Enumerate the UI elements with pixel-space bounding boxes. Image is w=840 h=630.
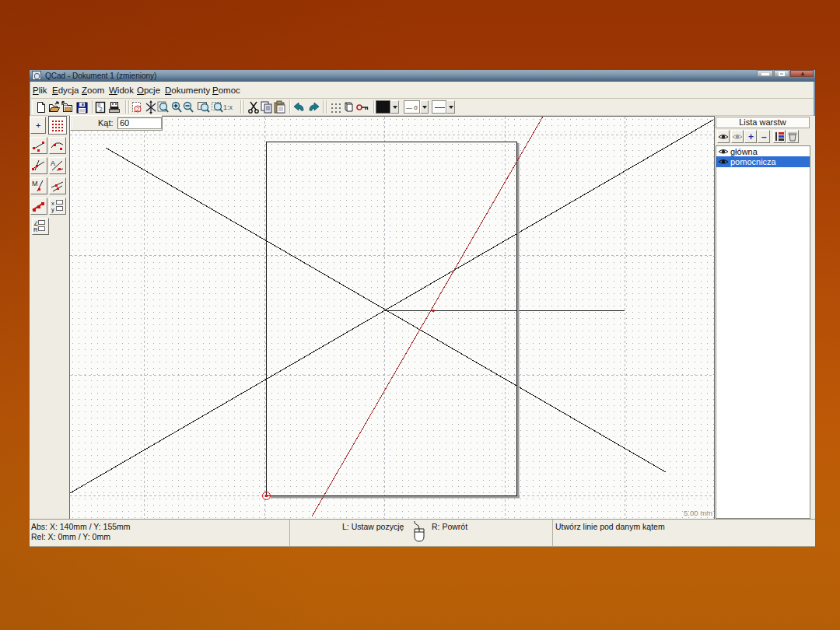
svg-text:y: y bbox=[51, 206, 54, 213]
svg-text:2: 2 bbox=[100, 107, 103, 112]
svg-text:A: A bbox=[51, 159, 55, 167]
svg-text:R: R bbox=[33, 226, 38, 233]
svg-text:5.00 mm: 5.00 mm bbox=[684, 509, 712, 517]
svg-text:M: M bbox=[32, 180, 38, 187]
svg-text:2: 2 bbox=[136, 106, 139, 113]
